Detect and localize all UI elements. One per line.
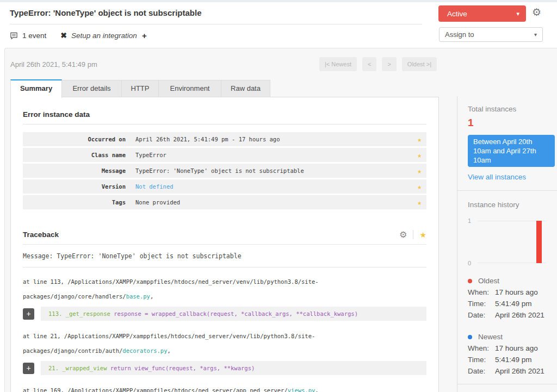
table-row: Tags None provided ★ <box>23 195 426 209</box>
assign-to-select[interactable]: Assign to ▾ <box>439 27 543 42</box>
frame-location: at line 113, /Applications/XAMPP/xamppfi… <box>23 275 428 304</box>
total-instances-count: 1 <box>468 117 547 129</box>
detail-row: When: 17 hours ago <box>468 344 547 352</box>
view-all-instances-link[interactable]: View all instances <box>468 173 526 181</box>
oldest-header: Oldest <box>468 277 547 285</box>
tab-raw-data[interactable]: Raw data <box>221 80 270 97</box>
newest-button[interactable]: |< Newest <box>319 57 357 71</box>
when-value: 17 hours ago <box>495 344 538 352</box>
history-bar <box>536 221 542 263</box>
next-button[interactable]: > <box>382 57 396 71</box>
newest-label: Newest <box>478 333 503 341</box>
oldest-dot-icon <box>468 279 472 283</box>
settings-gear-icon[interactable]: ⚙ <box>532 7 541 17</box>
code-line-source: return view_func(request, *args, **kwarg… <box>110 365 255 371</box>
event-count-label: 1 event <box>22 32 46 40</box>
status-dropdown-button[interactable]: Active ▾ <box>438 5 526 22</box>
row-value: April 26th 2021, 5:41:49 pm - 17 hours a… <box>135 136 417 142</box>
table-row: Message TypeError: 'NoneType' object is … <box>23 164 426 178</box>
date-range-badge[interactable]: Between April 20th 10am and April 27th 1… <box>468 135 555 167</box>
row-label: Message <box>23 167 135 174</box>
row-label: Version <box>23 183 135 190</box>
code-line-ref: 113. _get_response <box>48 310 110 317</box>
star-icon[interactable]: ★ <box>417 167 426 175</box>
newest-header: Newest <box>468 333 547 341</box>
star-icon[interactable]: ★ <box>419 231 426 239</box>
top-accent-strip <box>0 0 557 2</box>
when-value: 17 hours ago <box>495 288 538 296</box>
add-integration-button[interactable]: + <box>142 31 147 40</box>
row-value: None provided <box>135 199 417 206</box>
y-tick-max: 1 <box>468 217 471 224</box>
time-value: 5:41:49 pm <box>495 300 532 308</box>
detail-row: Date: April 26th 2021 <box>468 367 547 375</box>
when-label: When: <box>468 344 495 352</box>
newest-details: When: 17 hours ago Time: 5:41:49 pm Date… <box>468 344 547 375</box>
chevron-down-icon: ▾ <box>516 10 526 17</box>
detail-row: When: 17 hours ago <box>468 288 547 296</box>
code-line-ref: 21. _wrapped_view <box>48 365 107 371</box>
tab-environment[interactable]: Environment <box>159 80 221 97</box>
y-tick-min: 0 <box>468 260 471 266</box>
traceback-message: Message: TypeError: 'NoneType' object is… <box>23 245 426 267</box>
error-title: TypeError: 'NoneType' object is not subs… <box>10 8 201 17</box>
tab-error-details[interactable]: Error details <box>62 80 122 97</box>
prev-button[interactable]: < <box>362 57 376 71</box>
right-sidebar: Total instances 1 Between April 20th 10a… <box>457 96 557 392</box>
frame-path: at line 113, /Applications/XAMPP/xamppfi… <box>23 278 319 300</box>
oldest-button[interactable]: Oldest >| <box>402 57 437 71</box>
assign-to-label: Assign to <box>440 30 474 39</box>
instance-timestamp: April 26th 2021, 5:41:49 pm <box>10 60 97 69</box>
traceback-heading: Traceback <box>23 231 399 239</box>
row-label: Class name <box>23 152 135 158</box>
instance-data-heading: Error instance data <box>23 110 426 125</box>
row-value: TypeError <box>135 152 417 158</box>
expand-frame-button[interactable]: + <box>23 308 34 320</box>
frame-path-suffix: , <box>315 387 318 392</box>
detail-row: Date: April 26th 2021 <box>468 311 547 319</box>
row-value: TypeError: 'NoneType' object is not subs… <box>135 167 417 174</box>
instance-nav: |< Newest < > Oldest >| <box>319 57 437 71</box>
traceback-header: Traceback ⚙ ★ <box>23 230 426 245</box>
detail-row: Time: 5:41:49 pm <box>468 356 547 364</box>
row-value-link[interactable]: Not defined <box>135 183 417 190</box>
tab-http[interactable]: HTTP <box>122 80 159 97</box>
tab-summary[interactable]: Summary <box>10 79 62 98</box>
star-icon[interactable]: ★ <box>417 151 426 159</box>
frame-code-row: + 21. _wrapped_view return view_func(req… <box>23 361 426 375</box>
header-meta-row: 1 event ✖ Setup an integration + <box>10 29 147 41</box>
frame-file-link[interactable]: decorators.py <box>122 347 167 354</box>
newest-dot-icon <box>468 335 472 339</box>
frame-file-link[interactable]: views.py <box>288 387 315 392</box>
table-row: Version Not defined ★ <box>23 179 426 194</box>
star-icon[interactable]: ★ <box>417 198 426 207</box>
expand-frame-button[interactable]: + <box>23 363 34 374</box>
table-row: Class name TypeError ★ <box>23 148 426 162</box>
code-line: 21. _wrapped_view return view_func(reque… <box>41 361 426 375</box>
frame-file-link[interactable]: base.py <box>126 293 150 300</box>
row-label: Tags <box>23 199 135 206</box>
frame-path-suffix: , <box>168 347 171 354</box>
date-value: April 26th 2021 <box>495 311 544 319</box>
instance-history-chart: 1 0 <box>468 221 546 263</box>
date-label: Date: <box>468 311 495 319</box>
instance-history-label: Instance history <box>468 201 547 209</box>
comment-bubble-icon <box>10 32 18 40</box>
star-icon[interactable]: ★ <box>417 135 426 144</box>
total-instances-label: Total instances <box>468 105 547 113</box>
setup-integration-link[interactable]: Setup an integration <box>71 32 137 40</box>
sidebar-divider <box>457 190 557 191</box>
frame-code-row: + 113. _get_response response = wrapped_… <box>23 307 426 321</box>
integration-icon: ✖ <box>60 31 67 40</box>
title-divider <box>10 24 422 24</box>
date-label: Date: <box>468 367 495 375</box>
frame-path-suffix: , <box>150 293 153 300</box>
date-value: April 26th 2021 <box>495 367 544 375</box>
code-line-source: response = wrapped_callback(request, *ca… <box>114 310 358 317</box>
chevron-down-icon: ▾ <box>534 32 542 38</box>
traceback-gear-icon[interactable]: ⚙ <box>399 231 407 239</box>
time-label: Time: <box>468 300 495 308</box>
status-label: Active <box>438 10 467 18</box>
frame-location: at line 21, /Applications/XAMPP/xamppfil… <box>23 329 428 358</box>
star-icon[interactable]: ★ <box>417 183 426 191</box>
